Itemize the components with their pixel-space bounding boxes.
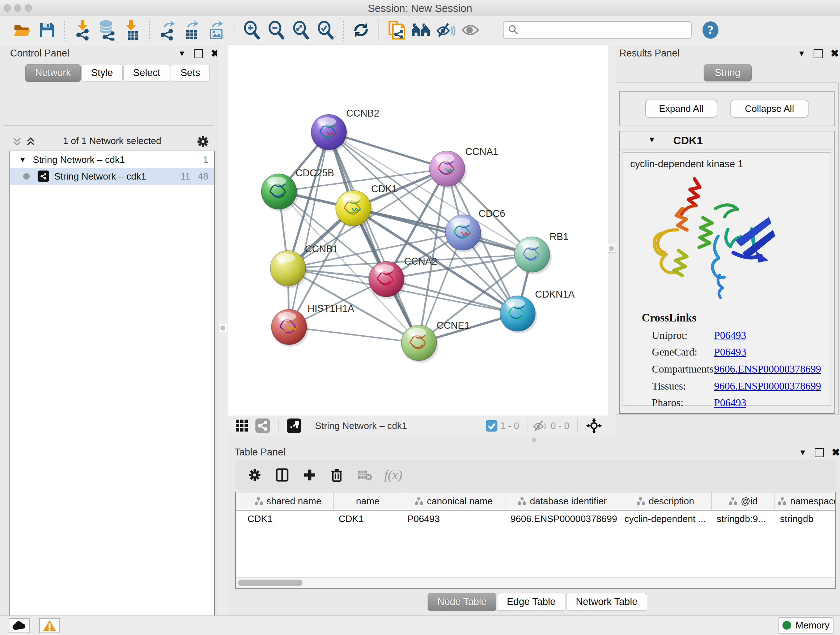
export-network-button[interactable]: [156, 19, 178, 42]
crosslink-value-link[interactable]: 9606.ENSP00000378699: [714, 380, 821, 392]
right-splitter-handle[interactable]: [607, 244, 616, 253]
network-collection-row[interactable]: ▼ String Network – cdk1 1: [10, 151, 214, 168]
cdk1-collapse-icon[interactable]: ▼: [648, 136, 656, 144]
show-columns-button[interactable]: [273, 468, 291, 482]
tab-network[interactable]: Network: [25, 64, 81, 82]
network-node-CCNA2[interactable]: [369, 261, 406, 299]
export-image-button[interactable]: [206, 19, 227, 42]
hide-selected-button[interactable]: [435, 19, 456, 42]
table-cell[interactable]: P06493: [402, 513, 505, 524]
collection-collapse-icon[interactable]: ▼: [19, 155, 27, 164]
collapse-all-button[interactable]: Collapse All: [730, 100, 808, 118]
column-header-name[interactable]: name: [333, 492, 402, 510]
crosslink-value-link[interactable]: P06493: [714, 346, 746, 358]
import-network-database-button[interactable]: [96, 19, 118, 42]
network-node-CDC6[interactable]: [445, 215, 483, 252]
detach-view-button[interactable]: [287, 418, 302, 433]
function-builder-button[interactable]: f(x): [384, 467, 402, 483]
network-options-gear-icon[interactable]: [197, 135, 209, 148]
control-panel-float-icon[interactable]: [194, 49, 203, 58]
results-panel-menu-icon[interactable]: ▼: [798, 50, 806, 57]
bottom-splitter[interactable]: [228, 435, 840, 445]
network-canvas[interactable]: CCNB2CCNA1CDC25BCDK1CDC6RB1CCNB1CCNA2CDK…: [228, 44, 608, 416]
table-options-button[interactable]: [246, 468, 264, 482]
birdseye-grid-button[interactable]: [235, 419, 249, 432]
column-header-shared-name[interactable]: shared name: [242, 492, 333, 510]
network-graph[interactable]: CCNB2CCNA1CDC25BCDK1CDC6RB1CCNB1CCNA2CDK…: [228, 44, 608, 416]
network-edge-CDK1-RB1[interactable]: [354, 208, 532, 255]
hidden-eye-slash-icon[interactable]: [532, 420, 548, 432]
results-panel-close-icon[interactable]: ✖: [831, 49, 839, 59]
warning-status-button[interactable]: [39, 618, 60, 633]
export-table-button[interactable]: [181, 19, 202, 42]
zoom-fit-button[interactable]: [291, 19, 311, 42]
network-node-CCNA1[interactable]: [429, 151, 467, 188]
apply-layout-button[interactable]: [351, 19, 371, 42]
column-header-canonical-name[interactable]: canonical name: [402, 492, 505, 510]
table-cell[interactable]: cyclin-dependent ...: [619, 513, 712, 524]
network-node-CDC25B[interactable]: [261, 174, 298, 211]
table-panel-close-icon[interactable]: ✖: [832, 448, 840, 458]
expand-all-button[interactable]: Expand All: [645, 100, 717, 118]
save-session-button[interactable]: [36, 19, 57, 42]
tab-style[interactable]: Style: [81, 64, 123, 82]
network-row-selected[interactable]: String Network – cdk1 11 48: [10, 168, 214, 185]
network-node-CDKN1A[interactable]: [500, 296, 537, 333]
network-edge-CCNB2-HIST1H1A[interactable]: [289, 132, 329, 327]
table-cell[interactable]: stringdb: [775, 513, 836, 524]
network-node-CCNE1[interactable]: [401, 325, 439, 363]
help-button[interactable]: ?: [701, 21, 720, 40]
column-header--id[interactable]: @id: [712, 492, 775, 510]
crosslink-value-link[interactable]: P06493: [714, 397, 746, 409]
tab-sets[interactable]: Sets: [171, 64, 210, 82]
import-network-file-button[interactable]: [72, 19, 93, 42]
table-cell[interactable]: stringdb:9...: [712, 513, 775, 524]
fit-content-button[interactable]: [586, 418, 602, 434]
selected-checkbox-icon[interactable]: [486, 420, 497, 432]
zoom-out-button[interactable]: [266, 19, 287, 42]
first-neighbors-button[interactable]: [411, 19, 431, 42]
crosslink-value-link[interactable]: P06493: [714, 329, 746, 341]
zoom-in-button[interactable]: [241, 19, 262, 42]
collapse-all-networks-icon[interactable]: [11, 136, 22, 147]
expand-all-networks-icon[interactable]: [25, 136, 36, 147]
cloud-status-button[interactable]: [9, 618, 30, 633]
column-header-database-identifier[interactable]: database identifier: [505, 492, 619, 510]
table-panel-menu-icon[interactable]: ▼: [799, 448, 807, 456]
control-panel-menu-icon[interactable]: ▼: [178, 50, 186, 57]
column-header-description[interactable]: description: [619, 492, 712, 510]
open-session-button[interactable]: [12, 19, 33, 42]
column-header-namespace[interactable]: namespace: [775, 492, 836, 510]
network-node-CDK1[interactable]: [336, 190, 373, 228]
table-cell[interactable]: CDK1: [242, 513, 333, 524]
import-table-button[interactable]: [121, 19, 142, 42]
tab-network-table[interactable]: Network Table: [566, 593, 647, 611]
table-cell[interactable]: CDK1: [333, 513, 402, 524]
tab-string[interactable]: String: [704, 65, 752, 81]
tab-edge-table[interactable]: Edge Table: [497, 593, 565, 611]
crosslink-value-link[interactable]: 9606.ENSP00000378699: [714, 363, 821, 375]
new-network-from-selection-button[interactable]: [386, 19, 407, 42]
table-row[interactable]: CDK1CDK1P064939606.ENSP00000378699cyclin…: [236, 510, 835, 527]
search-input[interactable]: [503, 21, 692, 39]
tab-select[interactable]: Select: [123, 64, 170, 82]
tab-node-table[interactable]: Node Table: [428, 593, 496, 611]
network-node-RB1[interactable]: [515, 237, 552, 274]
table-panel-float-icon[interactable]: [815, 448, 824, 457]
table-horizontal-scrollbar[interactable]: [236, 578, 835, 588]
delete-column-button[interactable]: [328, 468, 345, 482]
table-cell[interactable]: 9606.ENSP00000378699: [505, 513, 619, 524]
memory-button[interactable]: Memory: [778, 617, 834, 633]
delete-table-button[interactable]: [355, 469, 374, 481]
scrollbar-thumb[interactable]: [238, 580, 302, 586]
create-column-button[interactable]: [301, 468, 318, 482]
network-overview-toggle-button[interactable]: [256, 418, 270, 433]
left-splitter-handle[interactable]: [218, 324, 227, 333]
results-panel-float-icon[interactable]: [813, 49, 823, 58]
bottom-splitter-handle[interactable]: [532, 438, 537, 442]
show-all-button[interactable]: [460, 19, 481, 42]
zoom-selected-button[interactable]: [315, 19, 336, 42]
network-node-HIST1H1A[interactable]: [271, 309, 309, 347]
left-splitter[interactable]: [217, 44, 228, 616]
cdk1-section-header[interactable]: ▼ CDK1: [620, 131, 834, 150]
